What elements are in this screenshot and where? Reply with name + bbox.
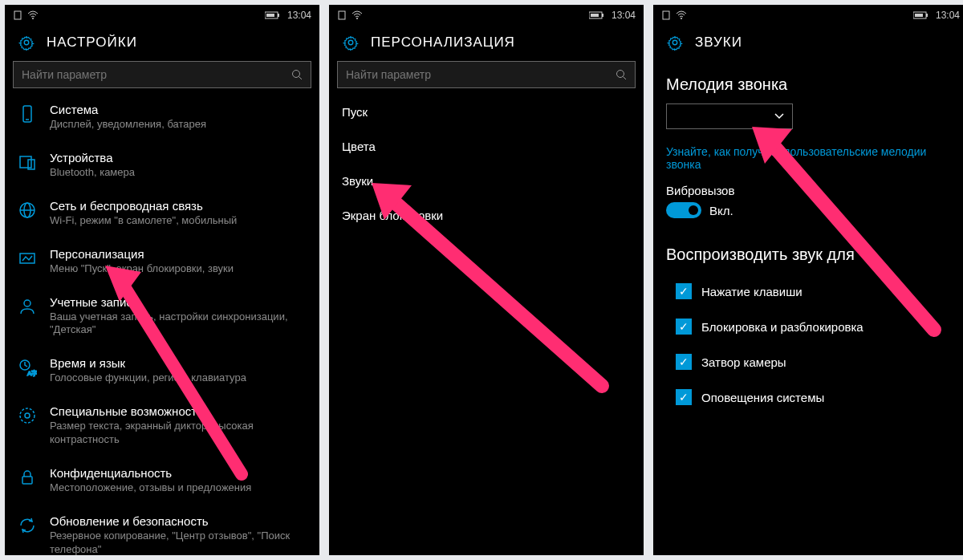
checkbox-icon: ✓ [676, 283, 692, 299]
settings-item-privacy[interactable]: КонфиденциальностьМестоположение, отзывы… [5, 458, 319, 506]
globe-icon [18, 201, 39, 220]
status-bar: 13:04 [329, 5, 644, 26]
search-input[interactable] [22, 68, 291, 81]
svg-rect-27 [602, 14, 603, 17]
vibro-label: Вибровызов [653, 184, 963, 202]
svg-point-6 [293, 71, 300, 78]
battery-icon [265, 11, 281, 19]
page-title: НАСТРОЙКИ [47, 34, 137, 51]
list-item-colors[interactable]: Цвета [329, 129, 644, 164]
checkbox-row-camera[interactable]: ✓ Затвор камеры [653, 344, 963, 379]
gear-icon [342, 34, 360, 51]
svg-rect-10 [20, 156, 31, 168]
svg-point-25 [356, 18, 358, 19]
svg-point-1 [32, 18, 34, 19]
svg-rect-3 [278, 14, 279, 17]
search-box[interactable] [337, 61, 636, 88]
settings-item-personalization[interactable]: ПерсонализацияМеню "Пуск", экран блокиро… [5, 239, 319, 287]
vibro-toggle[interactable] [666, 202, 701, 218]
svg-rect-28 [591, 14, 599, 17]
svg-point-20 [25, 413, 30, 418]
ringtone-dropdown[interactable] [666, 103, 793, 129]
list-item-start[interactable]: Пуск [329, 95, 644, 129]
sim-icon [661, 10, 671, 20]
wifi-icon [676, 10, 687, 20]
gear-icon [18, 34, 35, 51]
update-icon [18, 516, 39, 535]
settings-item-ease-of-access[interactable]: Специальные возможностиРазмер текста, эк… [5, 396, 319, 458]
accessibility-icon [18, 406, 39, 425]
lock-icon [18, 468, 39, 487]
settings-item-accounts[interactable]: Учетные записиВаша учетная запись, настр… [5, 287, 319, 349]
ringtone-help-link[interactable]: Узнайте, как получить пользовательские м… [653, 140, 963, 184]
svg-rect-33 [663, 11, 669, 19]
svg-point-38 [672, 40, 677, 45]
list-item-lockscreen[interactable]: Экран блокировки [329, 198, 644, 233]
checkbox-row-lock[interactable]: ✓ Блокировка и разблокировка [653, 309, 963, 344]
search-input[interactable] [346, 68, 616, 81]
vibro-toggle-row: Вкл. [653, 202, 963, 231]
svg-text:A字: A字 [27, 370, 37, 377]
header: ПЕРСОНАЛИЗАЦИЯ [329, 26, 644, 61]
status-time: 13:04 [936, 10, 960, 21]
header: НАСТРОЙКИ [5, 26, 319, 61]
sim-icon [337, 10, 347, 20]
status-bar: 13:04 [5, 5, 319, 26]
search-icon [616, 69, 627, 80]
battery-icon [589, 11, 605, 19]
settings-item-time-language[interactable]: A字 Время и языкГолосовые функции, регион… [5, 348, 319, 396]
screen-settings: 13:04 НАСТРОЙКИ СистемаДисплей, уведомле… [5, 5, 319, 555]
svg-point-5 [24, 40, 29, 45]
checkbox-row-keypress[interactable]: ✓ Нажатие клавиши [653, 274, 963, 309]
page-title: ЗВУКИ [695, 34, 742, 51]
vibro-toggle-state: Вкл. [709, 204, 733, 217]
page-title: ПЕРСОНАЛИЗАЦИЯ [371, 34, 515, 51]
svg-rect-37 [915, 14, 923, 17]
list-item-sounds[interactable]: Звуки [329, 164, 644, 198]
time-language-icon: A字 [18, 358, 39, 377]
section-play-sound: Воспроизводить звук для [653, 231, 963, 274]
wifi-icon [351, 10, 363, 20]
screen-sounds: 13:04 ЗВУКИ Мелодия звонка Узнайте, как … [653, 5, 963, 555]
status-time: 13:04 [612, 10, 636, 21]
checkbox-icon: ✓ [676, 389, 692, 405]
settings-item-update-security[interactable]: Обновление и безопасностьРезервное копир… [5, 506, 319, 555]
screen-personalization: 13:04 ПЕРСОНАЛИЗАЦИЯ Пуск Цвета Звуки Эк… [329, 5, 644, 555]
devices-icon [18, 152, 39, 172]
svg-rect-21 [22, 477, 32, 484]
svg-point-19 [20, 408, 35, 423]
svg-line-31 [624, 77, 627, 80]
status-bar: 13:04 [653, 5, 963, 26]
settings-item-system[interactable]: СистемаДисплей, уведомления, батарея [5, 95, 319, 143]
system-icon [18, 104, 39, 124]
svg-point-29 [348, 40, 353, 45]
checkbox-icon: ✓ [676, 319, 692, 335]
svg-rect-4 [266, 14, 274, 17]
chevron-down-icon [774, 113, 784, 120]
checkbox-row-system[interactable]: ✓ Оповещения системы [653, 379, 963, 415]
search-box[interactable] [13, 61, 311, 88]
battery-icon [913, 11, 929, 19]
status-time: 13:04 [287, 10, 311, 21]
personalization-icon [18, 249, 39, 268]
sim-icon [13, 10, 22, 20]
checkbox-icon: ✓ [676, 354, 692, 370]
svg-rect-24 [339, 11, 345, 19]
section-ringtone: Мелодия звонка [653, 61, 963, 103]
settings-item-devices[interactable]: УстройстваBluetooth, камера [5, 143, 319, 191]
settings-item-network[interactable]: Сеть и беспроводная связьWi-Fi, режим "в… [5, 191, 319, 239]
header: ЗВУКИ [653, 26, 963, 61]
svg-line-7 [299, 77, 303, 80]
svg-rect-0 [14, 11, 21, 19]
search-icon [291, 69, 303, 80]
wifi-icon [27, 10, 39, 20]
svg-point-30 [617, 71, 624, 78]
svg-point-34 [681, 18, 682, 19]
svg-point-16 [24, 300, 30, 306]
user-icon [18, 297, 39, 316]
svg-rect-36 [926, 14, 928, 17]
gear-icon [666, 34, 684, 51]
